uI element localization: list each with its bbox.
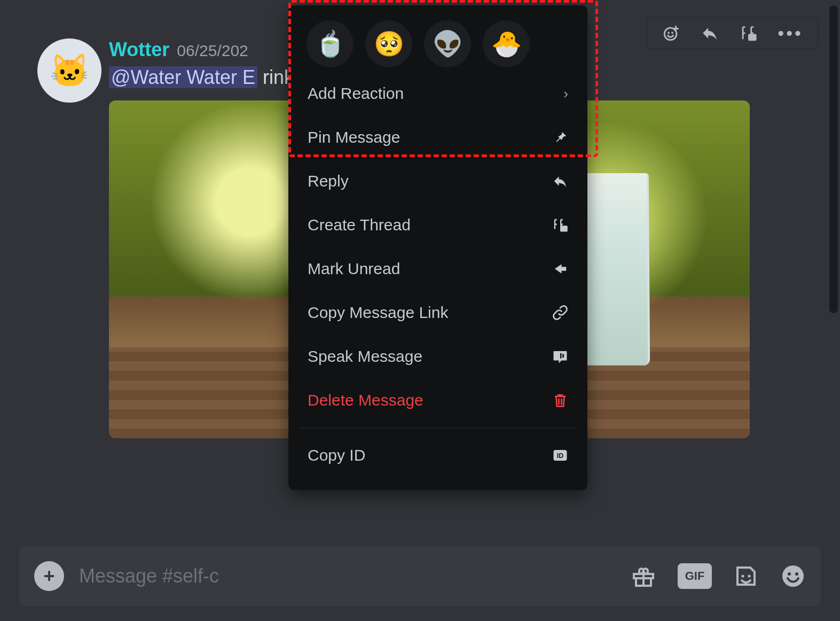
svg-point-9 — [782, 565, 804, 587]
mark-unread-icon — [552, 261, 568, 277]
gif-button[interactable]: GIF — [678, 563, 712, 589]
composer-right-icons: GIF — [631, 563, 806, 589]
ctx-copy-link[interactable]: Copy Message Link — [288, 291, 587, 335]
id-icon: ID — [552, 447, 568, 463]
reply-icon — [552, 173, 568, 189]
ctx-separator — [300, 428, 576, 428]
trash-icon — [552, 392, 568, 408]
ctx-add-reaction[interactable]: Add Reaction › — [288, 72, 587, 115]
svg-point-1 — [668, 32, 670, 34]
ctx-create-thread[interactable]: Create Thread — [288, 203, 587, 247]
ctx-mark-unread[interactable]: Mark Unread — [288, 247, 587, 291]
chat-viewport: 🐱 Wotter 06/25/202 @Water Water E rink w… — [0, 0, 840, 621]
message-input[interactable] — [78, 564, 617, 588]
message-context-menu: 🍵 🥺 👽 🐣 Add Reaction › Pin Message Reply… — [288, 5, 587, 490]
ctx-label: Delete Message — [308, 391, 423, 409]
ctx-delete-message[interactable]: Delete Message — [288, 378, 587, 422]
ctx-label: Add Reaction — [308, 84, 404, 103]
link-icon — [552, 305, 568, 321]
quick-reaction[interactable]: 🍵 — [307, 20, 354, 67]
message-composer: + GIF — [19, 546, 821, 606]
svg-point-0 — [665, 28, 677, 40]
more-icon[interactable]: ••• — [778, 24, 803, 42]
ctx-reply[interactable]: Reply — [288, 159, 587, 203]
svg-rect-3 — [748, 34, 757, 41]
ctx-label: Copy ID — [308, 446, 365, 464]
quick-reactions-row: 🍵 🥺 👽 🐣 — [288, 15, 587, 72]
pin-icon — [552, 129, 568, 145]
message-hover-toolbar: ••• — [647, 17, 819, 49]
attach-button[interactable]: + — [34, 561, 64, 591]
ctx-label: Copy Message Link — [308, 304, 448, 322]
speak-icon — [552, 348, 568, 364]
ctx-label: Reply — [308, 172, 349, 190]
ctx-pin-message[interactable]: Pin Message — [288, 115, 587, 159]
svg-rect-4 — [560, 226, 568, 231]
avatar[interactable]: 🐱 — [37, 38, 101, 103]
svg-point-10 — [788, 572, 791, 576]
thread-icon — [552, 217, 568, 233]
svg-point-11 — [795, 572, 798, 576]
mention[interactable]: @Water Water E — [109, 66, 257, 88]
ctx-label: Pin Message — [308, 128, 400, 146]
sticker-icon[interactable] — [733, 563, 759, 589]
quick-reaction[interactable]: 👽 — [424, 20, 471, 67]
chevron-right-icon: › — [563, 86, 568, 102]
svg-point-8 — [748, 575, 750, 577]
emoji-picker-icon[interactable] — [780, 563, 806, 589]
ctx-label: Create Thread — [308, 216, 411, 234]
message-timestamp: 06/25/202 — [177, 42, 248, 60]
ctx-copy-id[interactable]: Copy ID ID — [288, 433, 587, 477]
reply-icon[interactable] — [701, 24, 719, 42]
quick-reaction[interactable]: 🐣 — [483, 20, 530, 67]
thread-icon[interactable] — [739, 24, 757, 42]
svg-text:ID: ID — [557, 452, 564, 460]
ctx-label: Speak Message — [308, 347, 422, 366]
svg-point-2 — [672, 32, 674, 34]
quick-reaction[interactable]: 🥺 — [365, 20, 412, 67]
gift-icon[interactable] — [631, 563, 656, 589]
ctx-label: Mark Unread — [308, 260, 400, 278]
ctx-speak-message[interactable]: Speak Message — [288, 335, 587, 378]
author-name[interactable]: Wotter — [109, 38, 169, 61]
svg-point-7 — [741, 575, 744, 577]
add-reaction-icon[interactable] — [662, 24, 680, 42]
